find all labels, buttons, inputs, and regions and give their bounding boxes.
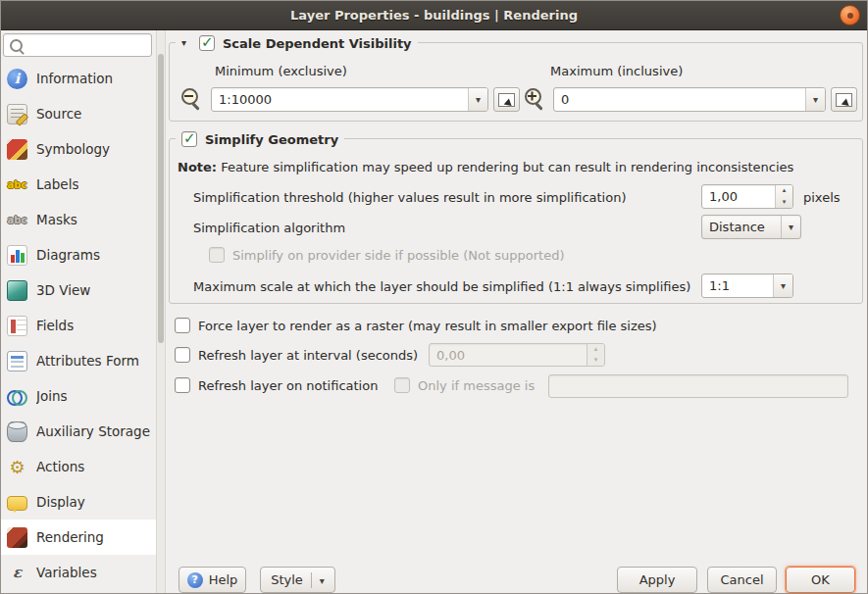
sidebar-item-label: Information [36, 71, 113, 86]
sidebar-item-labels[interactable]: Labels [0, 167, 156, 202]
chevron-down-icon [320, 572, 325, 587]
sidebar-item-attributes-form[interactable]: Attributes Form [0, 343, 156, 378]
algorithm-label: Simplification algorithm [193, 221, 345, 235]
sidebar-item-source[interactable]: Source [0, 96, 156, 131]
sidebar-item-label: Masks [36, 212, 77, 227]
provider-simplify-label: Simplify on provider side if possible (N… [232, 248, 564, 263]
titlebar: Layer Properties - buildings | Rendering [0, 0, 868, 30]
spin-up-icon[interactable] [776, 185, 792, 197]
zoom-out-icon [180, 87, 204, 111]
sidebar-item-label: Actions [36, 459, 84, 474]
simplify-note: Note: Feature simplification may speed u… [178, 160, 793, 174]
map-canvas-icon [836, 93, 852, 107]
simplify-geometry-checkbox[interactable] [181, 131, 197, 147]
chevron-down-icon[interactable] [773, 274, 792, 297]
zoom-in-button[interactable] [522, 86, 548, 112]
chevron-down-icon[interactable] [781, 216, 800, 238]
threshold-label: Simplification threshold (higher values … [193, 190, 627, 205]
scale-visibility-legend: Scale Dependent Visibility [176, 33, 418, 53]
sidebar-item-label: Fields [36, 318, 74, 333]
refresh-notification-checkbox[interactable] [175, 377, 190, 393]
labels-icon [7, 174, 27, 195]
map-canvas-icon [498, 93, 515, 107]
sidebar-item-label: Labels [36, 176, 78, 192]
spin-down-icon [587, 355, 604, 366]
scale-visibility-checkbox[interactable] [199, 35, 215, 51]
style-button[interactable]: Style [260, 567, 335, 593]
close-button[interactable] [840, 5, 860, 25]
sidebar-item-display[interactable]: Display [0, 484, 156, 520]
maximum-label: Maximum (inclusive) [550, 64, 683, 78]
chevron-down-icon[interactable] [805, 88, 825, 111]
sidebar-item-joins[interactable]: Joins [0, 378, 156, 414]
maximum-scale-combo[interactable]: 0 [553, 87, 826, 112]
scale-visibility-group: Scale Dependent Visibility Minimum (excl… [169, 42, 863, 122]
sidebar-item-masks[interactable]: Masks [0, 202, 156, 237]
help-icon [187, 572, 203, 588]
sidebar-item-label: Diagrams [36, 247, 100, 263]
variables-icon [7, 563, 27, 583]
spin-up-icon [587, 344, 604, 355]
apply-button[interactable]: Apply [617, 567, 697, 593]
simplify-geometry-title: Simplify Geometry [205, 132, 338, 147]
masks-icon [7, 210, 27, 230]
minimum-scale-combo[interactable]: 1:10000 [211, 87, 488, 112]
simplify-geometry-group: Simplify Geometry Note: Feature simplifi… [169, 138, 863, 304]
collapse-arrow-icon[interactable] [181, 38, 191, 48]
notification-message-input [549, 379, 847, 394]
only-if-message-checkbox [394, 377, 410, 393]
sidebar-item-rendering[interactable]: Rendering [0, 520, 156, 555]
chevron-down-icon[interactable] [468, 88, 487, 111]
source-icon [7, 104, 27, 124]
sidebar-item-variables[interactable]: Variables [0, 555, 156, 590]
attributes-form-icon [7, 351, 27, 371]
max-simplify-scale-combo[interactable]: 1:1 [701, 273, 793, 298]
search-box [3, 33, 152, 57]
symbology-icon [7, 139, 27, 160]
set-max-scale-from-canvas-button[interactable] [831, 87, 857, 112]
sidebar-item-fields[interactable]: Fields [0, 308, 156, 343]
spin-down-icon[interactable] [776, 197, 792, 209]
sidebar-item-label: Auxiliary Storage [36, 423, 150, 439]
sidebar-scrollbar[interactable] [156, 30, 166, 593]
refresh-notification-row: Refresh layer on notification [175, 377, 378, 393]
refresh-interval-row: Refresh layer at interval (seconds) [175, 347, 418, 363]
maximum-scale-value: 0 [554, 90, 805, 109]
search-input[interactable] [23, 38, 151, 53]
help-button[interactable]: Help [179, 567, 246, 593]
view3d-icon [7, 280, 27, 301]
sidebar-item-label: 3D View [36, 282, 90, 298]
refresh-interval-spinbox: 0,00 [429, 343, 605, 367]
sidebar-item-diagrams[interactable]: Diagrams [0, 237, 156, 272]
sidebar-items: InformationSourceSymbologyLabelsMasksDia… [0, 61, 156, 590]
sidebar-item-auxiliary-storage[interactable]: Auxiliary Storage [0, 414, 156, 449]
set-min-scale-from-canvas-button[interactable] [493, 87, 520, 112]
spin-buttons [587, 344, 604, 366]
scrollbar-thumb[interactable] [158, 54, 164, 343]
actions-icon [7, 457, 27, 477]
sidebar: InformationSourceSymbologyLabelsMasksDia… [0, 29, 156, 594]
threshold-spinbox[interactable]: 1,00 [701, 184, 793, 209]
cancel-button[interactable]: Cancel [707, 567, 777, 593]
threshold-value: 1,00 [702, 187, 775, 206]
force-raster-checkbox[interactable] [175, 318, 190, 333]
refresh-interval-checkbox[interactable] [175, 347, 190, 363]
zoom-out-button[interactable] [179, 86, 205, 112]
algorithm-combo[interactable]: Distance [701, 215, 801, 239]
sidebar-item-label: Rendering [36, 529, 104, 545]
ok-button[interactable]: OK [786, 567, 855, 593]
sidebar-item-actions[interactable]: Actions [0, 449, 156, 484]
spin-buttons [775, 185, 792, 208]
sidebar-item-symbology[interactable]: Symbology [0, 131, 156, 167]
max-simplify-scale-label: Maximum scale at which the layer should … [193, 279, 690, 294]
sidebar-item-3d-view[interactable]: 3D View [0, 272, 156, 308]
sidebar-item-label: Variables [36, 565, 97, 580]
only-if-message-row: Only if message is [394, 377, 535, 393]
rendering-icon [7, 527, 27, 548]
close-icon [847, 13, 853, 19]
sidebar-item-label: Joins [36, 388, 68, 404]
button-separator [311, 572, 312, 588]
sidebar-item-information[interactable]: Information [0, 61, 156, 96]
diagrams-icon [7, 245, 27, 266]
sidebar-item-label: Display [36, 494, 85, 510]
